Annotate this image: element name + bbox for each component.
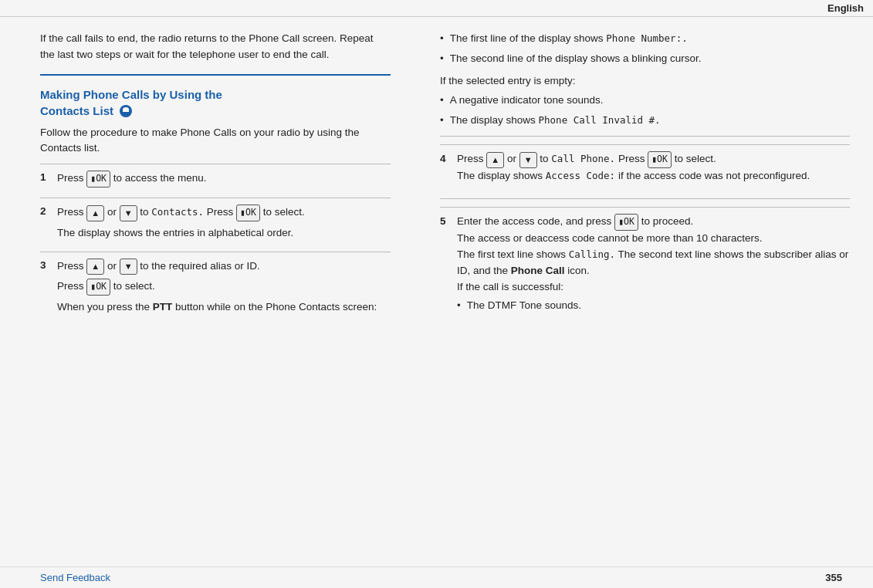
down-btn-2: ▼ xyxy=(120,205,137,221)
step-4-number: 4 xyxy=(440,151,457,164)
top-bar: English xyxy=(0,0,873,17)
step-3-body: Press ▲ or ▼ to the required alias or ID… xyxy=(57,259,391,319)
down-btn-3: ▼ xyxy=(120,259,137,275)
step-4: 4 Press ▲ or ▼ to Call Phone. Press ▮OK … xyxy=(440,144,850,191)
ok-btn-5: ▮OK xyxy=(614,214,638,231)
ok-btn-2: ▮OK xyxy=(236,204,260,221)
intro-paragraph: If the call fails to end, the radio retu… xyxy=(40,31,391,63)
step-1-number: 1 xyxy=(40,171,57,183)
send-feedback-link[interactable]: Send Feedback xyxy=(40,572,110,583)
up-btn-2: ▲ xyxy=(86,205,104,221)
ok-btn-4: ▮OK xyxy=(648,151,672,168)
bullets-top: The first line of the display shows Phon… xyxy=(440,31,850,67)
step-1: 1 Press ▮OK to access the menu. xyxy=(40,164,391,198)
up-btn-3: ▲ xyxy=(86,259,104,275)
step-4-body: Press ▲ or ▼ to Call Phone. Press ▮OK to… xyxy=(457,151,850,184)
bullet-2: The second line of the display shows a b… xyxy=(440,51,850,66)
footer: Send Feedback 355 xyxy=(0,566,873,588)
down-btn-4: ▼ xyxy=(519,152,537,168)
if-empty-text: If the selected entry is empty: xyxy=(440,73,850,89)
ptt-label: PTT xyxy=(153,301,173,313)
page-number: 355 xyxy=(825,572,842,583)
step-2: 2 Press ▲ or ▼ to Contacts. Press ▮OK to… xyxy=(40,198,391,252)
bullet-dtmf: The DTMF Tone sounds. xyxy=(457,298,850,313)
right-divider-2 xyxy=(440,198,850,199)
step-5-number: 5 xyxy=(440,214,457,227)
bullet-1: The first line of the display shows Phon… xyxy=(440,31,850,46)
language-label: English xyxy=(827,2,864,14)
step-5: 5 Enter the access code, and press ▮OK t… xyxy=(440,207,850,326)
up-btn-4: ▲ xyxy=(486,152,504,168)
right-divider-1 xyxy=(440,136,850,137)
bullet-empty-2: The display shows Phone Call Invalid #. xyxy=(440,113,850,128)
contacts-icon xyxy=(120,105,132,117)
ok-btn-1: ▮OK xyxy=(86,171,110,188)
ok-btn-3: ▮OK xyxy=(86,279,110,296)
step-3-number: 3 xyxy=(40,259,57,271)
step-5-body: Enter the access code, and press ▮OK to … xyxy=(457,214,850,320)
top-divider xyxy=(40,74,391,76)
follow-text: Follow the procedure to make Phone Calls… xyxy=(40,125,391,157)
step-3: 3 Press ▲ or ▼ to the required alias or … xyxy=(40,252,391,326)
section-title: Making Phone Calls by Using the Contacts… xyxy=(40,86,391,119)
bullets-step5: The DTMF Tone sounds. xyxy=(457,298,850,313)
bullet-empty-1: A negative indicator tone sounds. xyxy=(440,93,850,108)
step-2-number: 2 xyxy=(40,204,57,217)
bullets-empty: A negative indicator tone sounds. The di… xyxy=(440,93,850,129)
step-2-body: Press ▲ or ▼ to Contacts. Press ▮OK to s… xyxy=(57,204,391,245)
contacts-mono: Contacts. xyxy=(151,207,204,218)
step-1-body: Press ▮OK to access the menu. xyxy=(57,171,391,191)
